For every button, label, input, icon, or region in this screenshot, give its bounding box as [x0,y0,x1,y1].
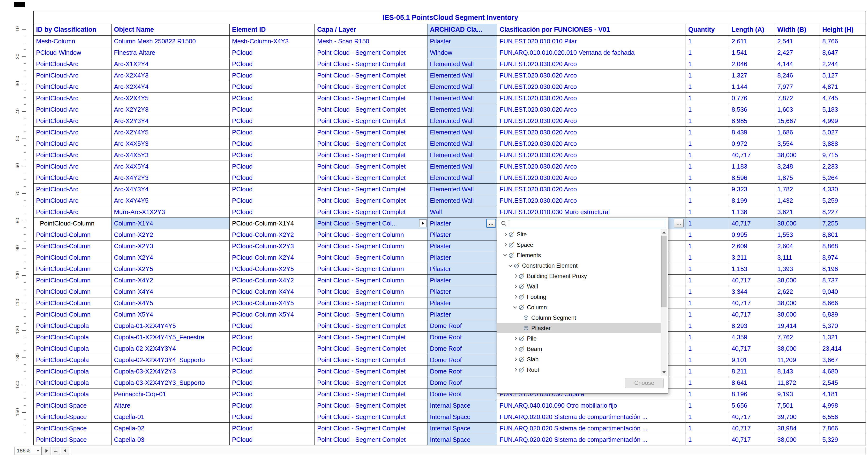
cell-length[interactable]: 2,609 [729,240,775,252]
cell-quantity[interactable]: 1 [686,354,729,366]
table-row[interactable]: PointCloud-ArcArc-X1X2Y4PCloudPoint Clou… [34,58,866,70]
table-row[interactable]: PointCloud-CupolaCupola-01-X2X4Y4Y5_Fene… [34,332,866,343]
cell-height[interactable]: 9,715 [820,149,866,161]
cell-object-name[interactable]: Cupola-01-X2X4Y4Y5_Fenestre [112,332,229,343]
cell-quantity[interactable]: 1 [686,127,729,138]
cell-element-id[interactable]: PCloud [229,400,315,411]
cell-length[interactable]: 40,717 [729,411,775,423]
cell-layer[interactable]: Point Cloud - Segment Column [315,286,428,297]
cell-element-id[interactable]: PCloud-Column-X2Y5 [229,263,315,275]
cell-width[interactable]: 11,872 [775,377,820,389]
cell-archicad-class[interactable]: Elemented Wall [428,183,497,195]
cell-layer[interactable]: Point Cloud - Segment Column [315,263,428,275]
cell-layer[interactable]: Point Cloud - Segment Complet [315,389,428,400]
column-header-quantity[interactable]: Quantity [686,24,729,36]
funciones-more-button[interactable]: ... [674,219,684,227]
cell-archicad-class[interactable]: Elemented Wall [428,172,497,183]
cell-funciones[interactable]: FUN.EST.020.010.030 Muro estructural [497,206,686,218]
cell-width[interactable]: 1,875 [775,172,820,183]
cell-quantity[interactable]: 1 [686,206,729,218]
cell-object-name[interactable]: Arc-X4X5Y4 [112,161,229,172]
cell-quantity[interactable]: 1 [686,297,729,309]
cell-quantity[interactable]: 1 [686,320,729,332]
cell-length[interactable]: 8,211 [729,366,775,377]
cell-height[interactable]: 4,998 [820,400,866,411]
cell-height[interactable]: 8,974 [820,252,866,263]
cell-funciones[interactable]: FUN.EST.020.030.020 Arco [497,70,686,81]
table-row[interactable]: PointCloud-ColumnColumn-X4Y5PCloud-Colum… [34,297,866,309]
cell-id-by-classification[interactable]: PointCloud-Cupola [34,320,112,332]
cell-length[interactable]: 40,717 [729,309,775,320]
cell-width[interactable]: 1,782 [775,183,820,195]
cell-id-by-classification[interactable]: PointCloud-Arc [34,183,112,195]
cell-object-name[interactable]: Cupola-02-X2X4Y3Y4_Supporto [112,354,229,366]
tree-item-space[interactable]: Space [497,239,661,250]
cell-element-id[interactable]: PCloud [229,354,315,366]
table-row[interactable]: PointCloud-CupolaCupola-02-X2X4Y3Y4_Supp… [34,354,866,366]
cell-id-by-classification[interactable]: PointCloud-Arc [34,127,112,138]
cell-object-name[interactable]: Arc-X2X4Y3 [112,70,229,81]
column-header-height[interactable]: Height (H) [820,24,866,36]
cell-id-by-classification[interactable]: PointCloud-Cupola [34,377,112,389]
cell-archicad-class[interactable]: Pilaster [428,286,497,297]
cell-object-name[interactable]: Capella-03 [112,434,229,446]
cell-archicad-class[interactable]: Elemented Wall [428,161,497,172]
cell-length[interactable]: 1,327 [729,70,775,81]
cell-id-by-classification[interactable]: PointCloud-Arc [34,92,112,104]
table-row[interactable]: PointCloud-ColumnColumn-X2Y3PCloud-Colum… [34,240,866,252]
table-row[interactable]: PointCloud-ColumnColumn-X4Y2PCloud-Colum… [34,275,866,286]
cell-layer[interactable]: Point Cloud - Segment Complet [315,411,428,423]
cell-archicad-class[interactable]: Elemented Wall [428,138,497,149]
cell-height[interactable]: 4,680 [820,366,866,377]
column-header-width[interactable]: Width (B) [775,24,820,36]
cell-width[interactable]: 38,000 [775,434,820,446]
cell-object-name[interactable]: Column-X4Y2 [112,275,229,286]
cell-quantity[interactable]: 1 [686,92,729,104]
cell-quantity[interactable]: 1 [686,389,729,400]
cell-length[interactable]: 3,211 [729,252,775,263]
cell-width[interactable]: 7,977 [775,81,820,92]
cell-element-id[interactable]: PCloud [229,81,315,92]
cell-width[interactable]: 15,667 [775,115,820,127]
cell-id-by-classification[interactable]: PointCloud-Arc [34,206,112,218]
cell-archicad-class[interactable]: Pilaster [428,36,497,47]
cell-quantity[interactable]: 1 [686,183,729,195]
cell-height[interactable]: 4,871 [820,81,866,92]
cell-id-by-classification[interactable]: PointCloud-Space [34,423,112,434]
cell-id-by-classification[interactable]: PointCloud-Column [34,275,112,286]
cell-quantity[interactable]: 1 [686,161,729,172]
table-row[interactable]: PointCloud-ArcArc-X4Y2Y3PCloudPoint Clou… [34,172,866,183]
cell-object-name[interactable]: Cupola-01-X2X4Y4Y5 [112,320,229,332]
cell-length[interactable]: 8,196 [729,389,775,400]
cell-element-id[interactable]: PCloud [229,149,315,161]
cell-quantity[interactable]: 1 [686,104,729,115]
cell-archicad-class[interactable]: Internal Space [428,411,497,423]
cell-funciones[interactable]: FUN.EST.020.030.020 Arco [497,92,686,104]
table-row[interactable]: PointCloud-ArcArc-X4X5Y4PCloudPoint Clou… [34,161,866,172]
cell-object-name[interactable]: Muro-Arc-X1X2Y3 [112,206,229,218]
cell-quantity[interactable]: 1 [686,115,729,127]
cell-height[interactable]: 23,414 [820,343,866,354]
cell-width[interactable]: 9,193 [775,389,820,400]
cell-funciones[interactable]: FUN.EST.020.030.020 Arco [497,172,686,183]
cell-height[interactable]: 4,745 [820,92,866,104]
cell-object-name[interactable]: Arc-X4Y2Y3 [112,172,229,183]
table-row[interactable]: PointCloud-ArcArc-X4X5Y3PCloudPoint Clou… [34,138,866,149]
cell-element-id[interactable]: PCloud [229,366,315,377]
cell-funciones[interactable]: FUN.EST.020.030.020 Arco [497,104,686,115]
cell-width[interactable]: 38,000 [775,343,820,354]
cell-quantity[interactable]: 1 [686,263,729,275]
table-row[interactable]: PointCloud-CupolaPennacchi-Cop-01PCloudP… [34,389,866,400]
cell-object-name[interactable]: Arc-X4X5Y3 [112,138,229,149]
cell-object-name[interactable]: Column-X2Y5 [112,263,229,275]
cell-layer[interactable]: Point Cloud - Segment Complet [315,206,428,218]
cell-archicad-class[interactable]: Dome Roof [428,389,497,400]
cell-archicad-class[interactable]: Pilaster [428,252,497,263]
chevron-right-icon[interactable] [502,232,508,237]
cell-element-id[interactable]: PCloud-Column-X5Y4 [229,309,315,320]
cell-quantity[interactable]: 1 [686,366,729,377]
cell-width[interactable]: 1,393 [775,263,820,275]
cell-element-id[interactable]: PCloud [229,377,315,389]
cell-layer[interactable]: Mesh - Scan R150 [315,36,428,47]
cell-layer[interactable]: Point Cloud - Segment Complet [315,138,428,149]
